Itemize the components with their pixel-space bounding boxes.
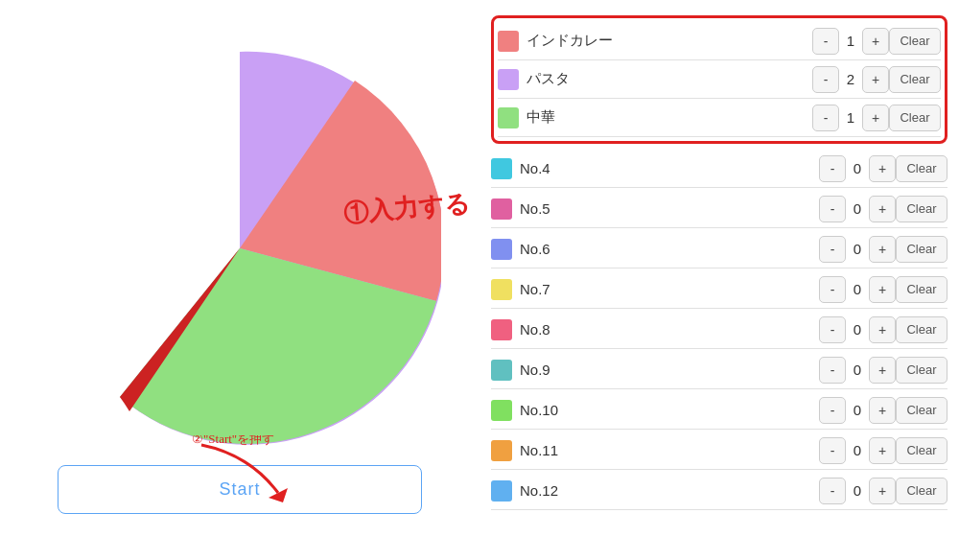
minus-button[interactable]: -	[819, 397, 846, 424]
clear-button[interactable]: Clear	[896, 437, 947, 464]
color-swatch	[491, 480, 512, 502]
clear-button[interactable]: Clear	[896, 397, 947, 424]
count-display: 0	[846, 200, 869, 217]
minus-button[interactable]: -	[819, 316, 846, 343]
minus-button[interactable]: -	[819, 236, 846, 263]
plus-button[interactable]: +	[862, 66, 889, 93]
minus-button[interactable]: -	[819, 276, 846, 303]
count-display: 1	[839, 109, 862, 126]
clear-button[interactable]: Clear	[896, 236, 947, 263]
list-item: No.10-0+Clear	[491, 391, 947, 430]
right-panel: インドカレー-1+Clearパスタ-2+Clear中華-1+ClearNo.4-…	[480, 0, 959, 560]
clear-button[interactable]: Clear	[896, 357, 947, 384]
count-display: 0	[846, 362, 869, 378]
count-display: 0	[846, 482, 869, 499]
minus-button[interactable]: -	[819, 196, 846, 222]
clear-button[interactable]: Clear	[896, 196, 947, 222]
color-swatch	[491, 319, 512, 340]
minus-button[interactable]: -	[819, 478, 846, 504]
plus-button[interactable]: +	[869, 357, 896, 384]
list-item: No.11-0+Clear	[491, 432, 947, 470]
item-name: No.10	[520, 402, 819, 418]
plus-button[interactable]: +	[869, 397, 896, 424]
highlighted-items-box: インドカレー-1+Clearパスタ-2+Clear中華-1+Clear	[491, 15, 947, 144]
color-swatch	[491, 279, 512, 300]
color-swatch	[498, 69, 519, 90]
item-name: インドカレー	[526, 32, 812, 50]
plus-button[interactable]: +	[869, 478, 896, 504]
item-name: No.9	[520, 362, 819, 378]
plus-button[interactable]: +	[862, 105, 889, 131]
plus-button[interactable]: +	[869, 276, 896, 303]
minus-button[interactable]: -	[812, 105, 839, 131]
list-item: 中華-1+Clear	[498, 99, 941, 137]
plus-button[interactable]: +	[869, 316, 896, 343]
count-display: 1	[839, 33, 862, 49]
list-item: No.6-0+Clear	[491, 230, 947, 268]
item-name: 中華	[526, 108, 812, 127]
item-name: No.7	[520, 281, 819, 297]
item-name: No.5	[520, 200, 819, 217]
list-item: No.9-0+Clear	[491, 351, 947, 389]
color-swatch	[491, 440, 512, 461]
list-item: No.4-0+Clear	[491, 150, 947, 188]
plus-button[interactable]: +	[869, 155, 896, 182]
minus-button[interactable]: -	[819, 437, 846, 464]
plus-button[interactable]: +	[869, 236, 896, 263]
item-name: No.6	[520, 241, 819, 257]
minus-button[interactable]: -	[812, 66, 839, 93]
list-item: No.8-0+Clear	[491, 311, 947, 349]
list-item: パスタ-2+Clear	[498, 60, 941, 99]
list-item: No.5-0+Clear	[491, 190, 947, 228]
chart-container	[38, 47, 441, 450]
list-item: No.7-0+Clear	[491, 270, 947, 309]
clear-button[interactable]: Clear	[896, 276, 947, 303]
pie-chart	[38, 47, 441, 450]
left-panel: ①入力する Start ②"Start"を押す	[0, 0, 480, 560]
svg-text:②"Start"を押す: ②"Start"を押す	[192, 435, 274, 446]
color-swatch	[498, 31, 519, 52]
color-swatch	[498, 107, 519, 128]
color-swatch	[491, 400, 512, 421]
plus-button[interactable]: +	[869, 437, 896, 464]
item-name: No.11	[520, 442, 819, 458]
count-display: 0	[846, 241, 869, 257]
minus-button[interactable]: -	[819, 155, 846, 182]
arrow-annotation: ②"Start"を押す	[192, 435, 307, 502]
minus-button[interactable]: -	[812, 28, 839, 55]
count-display: 0	[846, 321, 869, 338]
item-name: No.12	[520, 482, 819, 499]
count-display: 0	[846, 281, 869, 297]
item-name: No.4	[520, 160, 819, 176]
list-item: インドカレー-1+Clear	[498, 22, 941, 60]
clear-button[interactable]: Clear	[896, 155, 947, 182]
clear-button[interactable]: Clear	[889, 105, 941, 131]
list-item: No.12-0+Clear	[491, 472, 947, 510]
clear-button[interactable]: Clear	[896, 478, 947, 504]
clear-button[interactable]: Clear	[889, 28, 941, 55]
clear-button[interactable]: Clear	[889, 66, 941, 93]
plus-button[interactable]: +	[869, 196, 896, 222]
item-name: No.8	[520, 321, 819, 338]
count-display: 0	[846, 402, 869, 418]
color-swatch	[491, 239, 512, 260]
svg-marker-0	[269, 488, 288, 502]
count-display: 0	[846, 160, 869, 176]
color-swatch	[491, 158, 512, 179]
item-name: パスタ	[526, 70, 812, 88]
plus-button[interactable]: +	[862, 28, 889, 55]
count-display: 2	[839, 71, 862, 87]
minus-button[interactable]: -	[819, 357, 846, 384]
clear-button[interactable]: Clear	[896, 316, 947, 343]
count-display: 0	[846, 442, 869, 458]
color-swatch	[491, 198, 512, 220]
color-swatch	[491, 360, 512, 381]
